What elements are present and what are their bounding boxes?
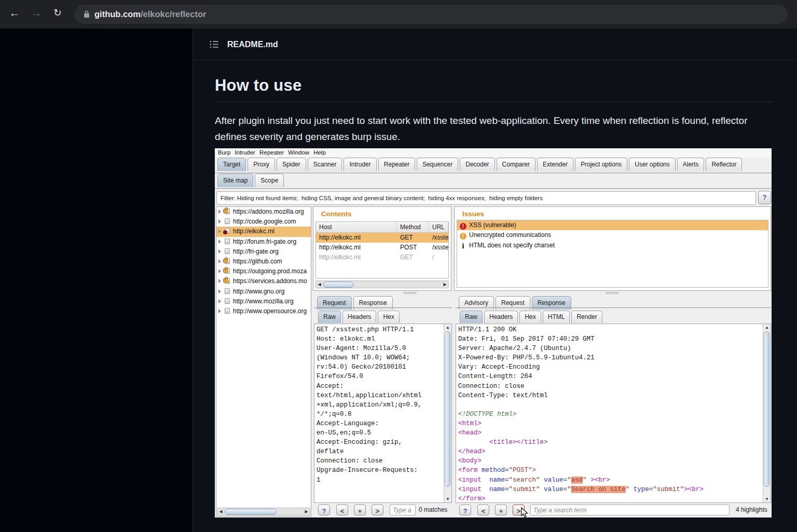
search-prev-button[interactable]: < (477, 505, 489, 515)
search-help-button[interactable]: ? (318, 505, 330, 515)
tab-raw[interactable]: Raw (318, 311, 341, 323)
scroll-thumb[interactable] (225, 509, 277, 515)
search-next-button[interactable]: > (513, 505, 525, 515)
expand-icon (218, 309, 221, 313)
request-search-input[interactable] (390, 505, 416, 515)
sitemap-item-http-elkokc-ml[interactable]: http://elkokc.ml (216, 227, 311, 236)
reload-icon[interactable]: ↻ (50, 7, 65, 19)
search-next-button[interactable]: > (372, 505, 383, 515)
response-editor[interactable]: HTTP/1.1 200 OKDate: Fri, 01 Sep 2017 07… (456, 324, 771, 503)
table-row[interactable]: http://elkokc.mlGET/xsstes (316, 233, 448, 243)
tab-comparer[interactable]: Comparer (497, 158, 535, 171)
search-add-button[interactable]: + (354, 505, 366, 515)
sitemap-item-https-services-addons-mo[interactable]: https://services.addons.mo (216, 276, 311, 286)
url-bar[interactable]: github.com/elkokc/reflector (74, 5, 788, 24)
sitemap-item-http-www-opensource-org[interactable]: http://www.opensource.org (216, 306, 311, 316)
splitter-handle[interactable] (606, 292, 619, 294)
splitter-handle[interactable] (403, 292, 417, 294)
tab-spider[interactable]: Spider (277, 158, 306, 171)
expand-icon (218, 209, 221, 214)
tab-hex[interactable]: Hex (519, 311, 541, 323)
issue-xss-vulnerable-[interactable]: !XSS (vulnerable) (457, 220, 768, 230)
request-editor[interactable]: GET /xsstest.php HTTP/1.1Host: elkokc.ml… (314, 324, 452, 503)
scroll-thumb[interactable] (445, 331, 450, 487)
search-add-button[interactable]: + (495, 505, 507, 515)
tab-sequencer[interactable]: Sequencer (417, 158, 458, 171)
sitemap-item-http-code-google-com[interactable]: http://code.google.com (216, 217, 311, 227)
response-raw-text: HTTP/1.1 200 OKDate: Fri, 01 Sep 2017 07… (458, 325, 704, 503)
sitemap-item-http-www-gnu-org[interactable]: http://www.gnu.org (216, 287, 311, 297)
tab-decoder[interactable]: Decoder (460, 158, 494, 171)
folder-icon (223, 238, 231, 245)
sitemap-item-http-fri-gate-org[interactable]: http://fri-gate.org (216, 247, 311, 257)
menu-window[interactable]: Window (288, 148, 309, 157)
sitemap-item-http-www-mozilla-org[interactable]: http://www.mozilla.org (216, 297, 311, 306)
scroll-thumb[interactable] (764, 331, 769, 487)
tab-repeater[interactable]: Repeater (378, 158, 415, 171)
tab-headers[interactable]: Headers (484, 311, 518, 323)
scroll-thumb[interactable] (323, 282, 353, 288)
table-row[interactable]: http://elkokc.mlGET/ (316, 253, 448, 262)
column-header-method[interactable]: Method (397, 222, 429, 232)
issues-list: !XSS (vulnerable)!Unencrypted communicat… (457, 220, 768, 288)
table-of-contents-icon[interactable] (210, 40, 218, 48)
menu-repeater[interactable]: Repeater (259, 148, 284, 157)
filter-bar[interactable]: Filter: Hiding not found items; hiding C… (216, 191, 756, 205)
menu-burp[interactable]: Burp (218, 148, 230, 157)
page-title: How to use (215, 76, 772, 102)
tab-reflector[interactable]: Reflector (706, 158, 742, 171)
tab-scanner[interactable]: Scanner (308, 158, 342, 171)
divider (456, 307, 771, 308)
search-help-button[interactable]: ? (459, 505, 471, 515)
forward-icon[interactable]: → (29, 7, 44, 19)
scroll-left-icon[interactable]: ◀ (316, 281, 323, 288)
filter-help-button[interactable]: ? (758, 191, 771, 204)
tab-proxy[interactable]: Proxy (248, 158, 275, 171)
table-row[interactable]: http://elkokc.mlPOST/xsstes (316, 243, 448, 253)
response-vertical-scrollbar[interactable]: ▲ ▼ (763, 324, 771, 502)
tab-extender[interactable]: Extender (537, 158, 573, 171)
expand-icon (218, 240, 221, 244)
sitemap-item-https-github-com[interactable]: https://github.com (216, 257, 311, 267)
request-match-count: 0 matches (419, 506, 447, 513)
column-header-url[interactable]: URL (429, 222, 448, 232)
tab-alerts[interactable]: Alerts (677, 158, 705, 171)
response-search-bar: ? < + > 4 highlights (456, 504, 771, 516)
issue-unencrypted-communications[interactable]: !Unencrypted communications (457, 230, 768, 240)
tab-html[interactable]: HTML (543, 311, 570, 323)
tab-hex[interactable]: Hex (378, 311, 399, 323)
column-header-host[interactable]: Host (316, 222, 397, 232)
tab-project-options[interactable]: Project options (575, 158, 627, 171)
tab-scope[interactable]: Scope (255, 174, 284, 187)
sitemap-item-http-forum-fri-gate-org[interactable]: http://forum.fri-gate.org (216, 237, 311, 247)
scroll-right-icon[interactable]: ▶ (303, 508, 310, 515)
request-vertical-scrollbar[interactable]: ▲ ▼ (444, 324, 451, 502)
tab-render[interactable]: Render (571, 311, 602, 323)
sitemap-item-https-addons-mozilla-org[interactable]: https://addons.mozilla.org (216, 207, 311, 217)
menu-help[interactable]: Help (313, 148, 326, 157)
sitemap-item-https-outgoing-prod-moza[interactable]: https://outgoing.prod.moza (216, 267, 311, 276)
tab-intruder[interactable]: Intruder (343, 158, 376, 171)
contents-horizontal-scrollbar[interactable]: ◀ ▶ (315, 281, 449, 288)
scroll-right-icon[interactable]: ▶ (442, 281, 448, 288)
expand-icon (218, 219, 221, 223)
scroll-down-icon[interactable]: ▼ (444, 496, 451, 502)
contents-pane: Contents HostMethodURL http://elkokc.mlG… (313, 206, 451, 291)
tab-raw[interactable]: Raw (460, 311, 483, 323)
response-search-input[interactable] (530, 505, 730, 515)
tab-site-map[interactable]: Site map (217, 174, 253, 187)
back-icon[interactable]: ← (7, 7, 22, 19)
scroll-up-icon[interactable]: ▲ (763, 324, 771, 331)
scroll-up-icon[interactable]: ▲ (444, 324, 451, 331)
tab-headers[interactable]: Headers (342, 311, 376, 323)
issue-html-does-not-specify-charset[interactable]: iHTML does not specify charset (457, 241, 768, 250)
scroll-left-icon[interactable]: ◀ (217, 508, 224, 515)
tree-horizontal-scrollbar[interactable]: ◀ ▶ (217, 508, 310, 515)
tab-user-options[interactable]: User options (629, 158, 675, 171)
tab-target[interactable]: Target (217, 158, 246, 171)
search-prev-button[interactable]: < (336, 505, 348, 515)
scroll-down-icon[interactable]: ▼ (763, 496, 771, 502)
lock-icon (223, 268, 231, 274)
request-search-bar: ? < + > 0 matches (314, 504, 452, 516)
menu-intruder[interactable]: Intruder (235, 148, 255, 157)
